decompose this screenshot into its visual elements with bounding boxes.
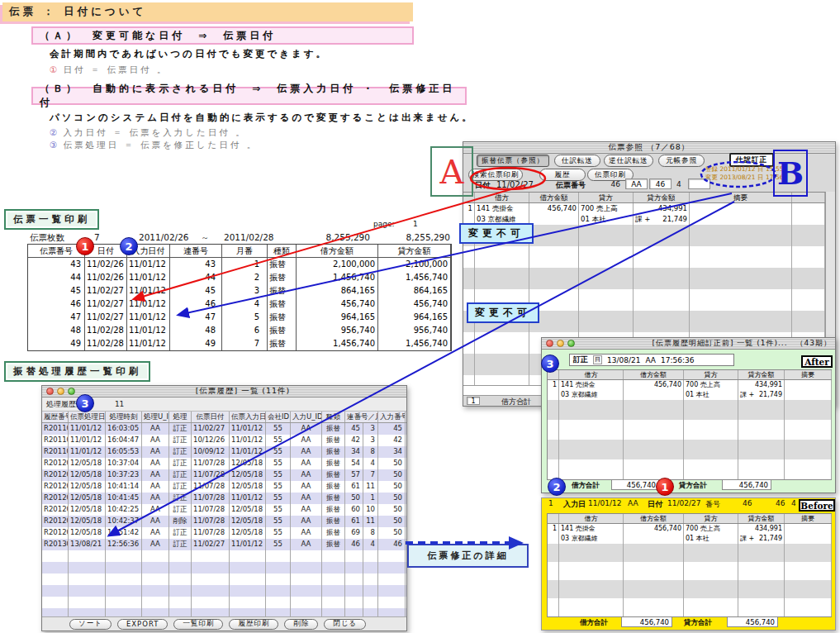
table-row[interactable]: 4511/02/2711/01/12453振替864,165864,165 bbox=[28, 284, 451, 297]
table-row[interactable] bbox=[548, 553, 831, 562]
table-cell bbox=[738, 544, 785, 553]
table-cell: 2,100,000 bbox=[297, 258, 378, 271]
table-row[interactable] bbox=[548, 450, 831, 459]
table-cell: 8 bbox=[363, 527, 378, 539]
table-row[interactable] bbox=[548, 598, 831, 607]
list-print-button[interactable]: 一覧印刷 bbox=[173, 619, 223, 630]
history-table-header: 履歴番号伝票処理日処理時刻処理U_ID処理伝票日付伝票入力日会社ID入力U_ID… bbox=[42, 412, 406, 423]
table-row[interactable] bbox=[548, 400, 831, 410]
item-1-text: 日付 ＝ 伝票日付 。 bbox=[63, 64, 168, 74]
table-row[interactable]: R20120512/05/1810:41:14AA訂正11/07/2812/05… bbox=[42, 481, 406, 493]
table-cell bbox=[230, 550, 266, 562]
table-row[interactable]: R20110111/01/1216:05:53AA訂正10/09/1211/01… bbox=[42, 446, 406, 458]
sequence-number-box[interactable]: 46 bbox=[649, 178, 672, 189]
table-row[interactable] bbox=[42, 597, 406, 608]
table-cell: 10:41:14 bbox=[106, 481, 142, 493]
table-row[interactable] bbox=[463, 278, 826, 289]
table-row[interactable]: 4611/02/2711/01/12464振替456,740456,740 bbox=[28, 297, 451, 311]
table-row[interactable] bbox=[42, 562, 406, 574]
history-titlebar[interactable]: [伝票履歴] 一覧 (11件) bbox=[42, 386, 406, 397]
table-row[interactable]: R20120512/05/1810:37:23AA訂正11/07/2812/05… bbox=[42, 469, 406, 481]
table-row[interactable] bbox=[548, 580, 831, 589]
table-cell: 12:56:36 bbox=[106, 539, 142, 550]
table-row[interactable] bbox=[548, 469, 831, 479]
history-print-button[interactable]: 履歴印刷 bbox=[229, 619, 278, 630]
table-cell: 振替 bbox=[322, 516, 345, 527]
item-3-number: ③ bbox=[50, 140, 59, 150]
transfer-slip-ref-button[interactable]: 振替伝票（参照） bbox=[477, 155, 549, 167]
table-row[interactable]: R20120512/05/1810:41:45AA訂正11/07/2811/01… bbox=[42, 493, 406, 504]
minimize-icon[interactable] bbox=[57, 388, 64, 395]
table-cell: 11/02/26 bbox=[85, 271, 127, 284]
close-icon[interactable] bbox=[46, 388, 54, 395]
slip-list-rows: 4311/02/2611/01/12431振替2,100,0002,100,00… bbox=[28, 258, 451, 350]
table-row[interactable] bbox=[42, 585, 406, 597]
table-row[interactable] bbox=[548, 430, 831, 440]
table-cell: AA bbox=[142, 458, 169, 469]
table-row[interactable]: 4311/02/2611/01/12431振替2,100,0002,100,00… bbox=[28, 258, 451, 271]
correction-op: 訂正 bbox=[573, 355, 588, 365]
table-row[interactable] bbox=[463, 289, 826, 300]
reverse-journal-transfer-button[interactable]: 逆仕訳転送 bbox=[604, 155, 653, 167]
table-row[interactable] bbox=[548, 607, 831, 616]
table-row[interactable] bbox=[548, 544, 831, 553]
table-row[interactable] bbox=[463, 246, 826, 257]
table-row[interactable]: 4411/02/2611/01/12442振替1,456,7401,456,74… bbox=[28, 271, 451, 284]
zoom-icon[interactable] bbox=[567, 340, 575, 347]
table-row[interactable] bbox=[42, 574, 406, 585]
table-row[interactable] bbox=[548, 420, 831, 430]
table-cell: 12/05/18 bbox=[230, 481, 266, 493]
table-row[interactable] bbox=[463, 268, 826, 278]
sort-button[interactable]: ソート bbox=[69, 619, 112, 630]
table-cell bbox=[69, 597, 106, 608]
credit-name: 売上高 bbox=[700, 381, 720, 388]
export-button[interactable]: EXPORT bbox=[117, 619, 168, 630]
search-slip-print-button[interactable]: 検索伝票印刷 bbox=[468, 169, 523, 181]
table-row[interactable]: R20120512/05/1810:42:25AA訂正11/07/2812/05… bbox=[42, 504, 406, 516]
debit-total-value: 456,740 bbox=[621, 616, 672, 627]
ledger-reference-button[interactable]: 元帳参照 bbox=[658, 155, 705, 167]
table-row[interactable] bbox=[548, 589, 831, 598]
column-header: 摘要 bbox=[785, 370, 832, 379]
close-button[interactable]: 閉じる bbox=[324, 619, 366, 630]
table-cell: 7 bbox=[363, 469, 378, 481]
table-cell bbox=[230, 562, 266, 574]
table-row[interactable] bbox=[548, 562, 831, 571]
slip-list-table: 伝票番号日付入力日付連番号月番種類借方金額貸方金額 4311/02/2611/0… bbox=[27, 244, 452, 351]
table-row[interactable]: R20120512/05/1810:42:37AA削除11/07/2812/05… bbox=[42, 516, 406, 527]
table-row[interactable]: R20120512/05/1810:37:04AA訂正11/07/2812/05… bbox=[42, 458, 406, 469]
table-row[interactable] bbox=[548, 459, 831, 469]
table-row[interactable]: R20130813/08/2112:56:36AA訂正11/02/2711/01… bbox=[42, 539, 406, 550]
table-row[interactable] bbox=[548, 410, 831, 420]
table-row[interactable] bbox=[463, 257, 826, 268]
table-row[interactable]: 4711/02/2711/01/12475振替964,165964,165 bbox=[28, 311, 451, 324]
table-cell bbox=[192, 562, 230, 574]
table-cell: 16:04:47 bbox=[106, 435, 142, 446]
table-row[interactable]: 4911/02/2811/01/12497振替1,456,7401,456,74… bbox=[28, 337, 451, 350]
history-button[interactable]: 履歴 bbox=[539, 169, 586, 181]
user-id-box[interactable]: AA bbox=[625, 178, 648, 189]
table-cell: R201101 bbox=[42, 446, 69, 458]
table-row[interactable]: R20110111/01/1216:03:05AA訂正11/02/2711/01… bbox=[42, 423, 406, 435]
table-row[interactable] bbox=[548, 571, 831, 580]
minimize-icon[interactable] bbox=[557, 340, 564, 347]
column-header: 借方 bbox=[475, 193, 529, 202]
table-cell: 振替 bbox=[268, 324, 297, 337]
close-icon[interactable] bbox=[546, 340, 553, 347]
entry-line-1[interactable]: 1 141 売掛金 456,740 700 売上高 434,991 bbox=[463, 203, 826, 214]
table-row[interactable]: 4811/02/2811/01/12486振替956,740956,740 bbox=[28, 324, 451, 337]
table-row[interactable]: R20110111/01/1216:04:47AA訂正10/12/2611/01… bbox=[42, 435, 406, 446]
table-cell: 55 bbox=[266, 516, 291, 527]
after-titlebar[interactable]: [伝票履歴明細訂正前] 一覧 (1件)... （43期） bbox=[542, 338, 835, 350]
empty-field-box[interactable] bbox=[688, 178, 710, 189]
table-cell bbox=[463, 278, 475, 289]
table-row[interactable] bbox=[42, 550, 406, 562]
journal-transfer-button[interactable]: 仕訳転送 bbox=[554, 155, 600, 167]
table-cell bbox=[142, 550, 169, 562]
zoom-icon[interactable] bbox=[68, 388, 75, 395]
delete-button[interactable]: 削除 bbox=[284, 619, 318, 630]
table-row[interactable]: R20120512/05/1810:51:42AA訂正11/07/2812/05… bbox=[42, 527, 406, 539]
date-field-value[interactable]: 11/02/27 bbox=[496, 180, 534, 189]
table-row[interactable] bbox=[548, 440, 831, 450]
section-b-heading: （Ｂ） 自動的に表示される日付 ⇒ 伝票入力日付 ・ 伝票修正日付 bbox=[31, 87, 467, 105]
